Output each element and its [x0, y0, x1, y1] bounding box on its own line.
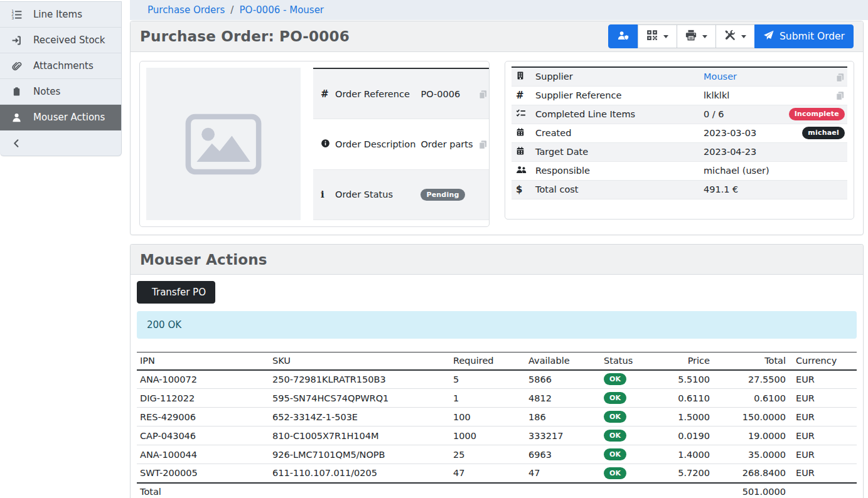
sign-in-icon [9, 35, 23, 46]
order-details-table: #Order ReferencePO-0006Order Description… [313, 68, 489, 220]
cell-available: 186 [523, 408, 599, 426]
sidebar-item-attachments[interactable]: Attachments [0, 53, 121, 79]
cell-sku: 652-3314Z-1-503E [267, 408, 448, 426]
cell-required: 100 [448, 408, 523, 426]
hashtag-icon: # [321, 89, 329, 99]
detail-label: Supplier Reference [533, 86, 701, 105]
mouser-actions-panel-header: Mouser Actions [131, 245, 863, 275]
transfer-po-label: Transfer PO [152, 287, 206, 298]
ok-status-badge: OK [604, 467, 626, 479]
sidebar-item-mouser-actions[interactable]: Mouser Actions [0, 105, 121, 130]
cell-ipn: RES-429006 [137, 408, 267, 426]
sidebar-item-line-items[interactable]: 123Line Items [0, 2, 121, 28]
incomplete-badge: Incomplete [789, 108, 845, 120]
order-image-placeholder[interactable] [146, 68, 301, 220]
admin-view-button[interactable] [608, 24, 638, 48]
cell-required: 5 [448, 370, 523, 389]
cell-status: OK [599, 445, 658, 464]
print-actions-button[interactable] [677, 24, 716, 48]
ok-status-badge: OK [604, 430, 626, 442]
barcode-actions-button[interactable] [638, 24, 677, 48]
qrcode-icon [646, 29, 658, 43]
michael-badge: michael [802, 127, 845, 139]
table-row: DIG-112022595-SN74HCS74QPWRQ114812OK0.61… [137, 389, 857, 408]
copy-icon[interactable] [478, 90, 488, 99]
cell-price: 0.0190 [658, 426, 715, 445]
order-actions-button[interactable] [715, 24, 755, 48]
image-placeholder-icon [185, 114, 262, 175]
cell-available: 4812 [523, 389, 599, 408]
table-row: ANA-100072250-72981KLRATR150B355866OK5.5… [137, 370, 857, 389]
total-value: 501.0000 [715, 483, 791, 498]
users-icon [516, 166, 527, 176]
clipboard-icon [9, 87, 23, 97]
column-header-available: Available [523, 352, 599, 370]
copy-icon[interactable] [835, 73, 845, 82]
sidebar-item-notes[interactable]: Notes [0, 79, 121, 105]
detail-label: Created [533, 124, 701, 142]
submit-order-button[interactable]: Submit Order [754, 24, 854, 48]
order-summary-card: #Order ReferencePO-0006Order Description… [139, 61, 490, 227]
breadcrumb: Purchase Orders / PO-0006 - Mouser [130, 0, 868, 20]
detail-row: Order DescriptionOrder parts [313, 119, 489, 170]
cell-price: 1.5000 [658, 408, 715, 426]
line-items-table: IPNSKURequiredAvailableStatusPriceTotalC… [137, 352, 857, 498]
breadcrumb-separator: / [230, 4, 233, 16]
cell-total: 27.5500 [715, 370, 791, 389]
purchase-order-panel-header: Purchase Order: PO-0006 Submit Order [131, 21, 863, 52]
cell-status: OK [599, 389, 658, 408]
cell-required: 47 [448, 464, 523, 483]
column-header-ipn: IPN [137, 352, 267, 370]
cell-ipn: SWT-200005 [137, 464, 267, 483]
ok-status-badge: OK [604, 392, 626, 404]
calendar-icon [516, 147, 525, 157]
cell-total: 150.0000 [715, 408, 791, 426]
printer-icon [685, 29, 697, 43]
copy-icon[interactable] [835, 91, 845, 100]
detail-value: 491.1 € [704, 184, 738, 194]
detail-value: PO-0006 [421, 89, 460, 99]
cell-required: 25 [448, 445, 523, 464]
sidebar-item-label: Received Stock [33, 34, 105, 46]
cell-total: 35.0000 [715, 445, 791, 464]
transfer-status-text: 200 OK [147, 319, 181, 331]
cell-sku: 611-110.107.011/0205 [267, 464, 448, 483]
cell-currency: EUR [791, 464, 857, 483]
cell-status: OK [599, 426, 658, 445]
column-header-total: Total [715, 352, 791, 370]
calendar-icon [516, 129, 525, 139]
cell-status: OK [599, 464, 658, 483]
sidebar-item-label: Attachments [33, 60, 94, 72]
sidebar-item-received-stock[interactable]: Received Stock [0, 28, 121, 53]
cell-available: 5866 [523, 370, 599, 389]
app-root: 123Line ItemsReceived StockAttachmentsNo… [0, 0, 868, 498]
cell-available: 47 [523, 464, 599, 483]
detail-label: Responsible [533, 161, 701, 180]
breadcrumb-link-current-order[interactable]: PO-0006 - Mouser [239, 4, 324, 16]
detail-row: Target Date2023-04-23 [512, 142, 847, 161]
breadcrumb-link-purchase-orders[interactable]: Purchase Orders [147, 4, 225, 16]
building-icon [516, 72, 525, 82]
detail-label: Order Status [333, 169, 418, 220]
detail-value: 2023-03-03 [704, 128, 756, 138]
supplier-link[interactable]: Mouser [704, 72, 737, 82]
cell-ipn: ANA-100072 [137, 370, 267, 389]
detail-value: 0 / 6 [704, 109, 724, 119]
cell-sku: 810-C1005X7R1H104M [267, 426, 448, 445]
detail-value: lklklkl [704, 90, 729, 100]
cell-total: 0.6100 [715, 389, 791, 408]
cell-currency: EUR [791, 370, 857, 389]
mouser-actions-body: Transfer PO 200 OK IPNSKURequiredAvailab… [131, 275, 863, 498]
transfer-po-button[interactable]: Transfer PO [137, 281, 215, 304]
svg-text:3: 3 [11, 15, 14, 19]
supplier-summary-card: SupplierMouser#Supplier Referencelklklkl… [505, 61, 854, 220]
cell-price: 5.7200 [658, 464, 715, 483]
sidebar-collapse-button[interactable] [0, 130, 121, 156]
detail-label: Order Description [333, 119, 418, 170]
user-icon [9, 112, 23, 123]
cell-sku: 595-SN74HCS74QPWRQ1 [267, 389, 448, 408]
table-row: SWT-200005611-110.107.011/02054747OK5.72… [137, 464, 857, 483]
copy-icon[interactable] [478, 140, 488, 149]
cell-available: 6963 [523, 445, 599, 464]
info-circle-icon [321, 140, 330, 150]
